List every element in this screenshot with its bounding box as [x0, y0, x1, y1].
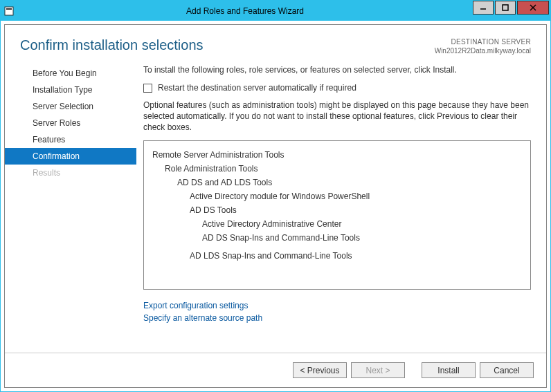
step-before-you-begin[interactable]: Before You Begin — [5, 65, 136, 82]
list-item: Remote Server Administration Tools — [152, 148, 522, 162]
header-row: Confirm installation selections DESTINAT… — [5, 25, 546, 62]
wizard-window: Add Roles and Features Wizard Confirm in… — [0, 0, 551, 392]
features-list: Remote Server Administration Tools Role … — [143, 140, 531, 290]
window-buttons — [473, 1, 550, 21]
svg-rect-0 — [5, 7, 13, 15]
step-features[interactable]: Features — [5, 131, 136, 148]
next-button: Next > — [351, 362, 405, 378]
step-server-selection[interactable]: Server Selection — [5, 98, 136, 115]
maximize-button[interactable] — [495, 1, 516, 15]
export-config-link[interactable]: Export configuration settings — [143, 299, 531, 312]
install-button[interactable]: Install — [422, 362, 476, 378]
links-block: Export configuration settings Specify an… — [143, 299, 531, 324]
content-row: Before You Begin Installation Type Serve… — [5, 62, 546, 353]
app-icon — [1, 1, 17, 21]
main-panel: To install the following roles, role ser… — [136, 62, 535, 353]
restart-checkbox-label: Restart the destination server automatic… — [158, 83, 356, 93]
list-item: AD DS Snap-Ins and Command-Line Tools — [152, 231, 522, 245]
intro-text: To install the following roles, role ser… — [143, 65, 531, 75]
list-item: AD DS and AD LDS Tools — [152, 176, 522, 189]
client-area: Confirm installation selections DESTINAT… — [4, 24, 547, 388]
destination-label: DESTINATION SERVER — [435, 37, 531, 46]
svg-rect-1 — [6, 8, 12, 10]
destination-server-block: DESTINATION SERVER Win2012R2Data.milkywa… — [435, 37, 531, 55]
footer: < Previous Next > Install Cancel — [5, 353, 546, 387]
step-confirmation[interactable]: Confirmation — [5, 148, 136, 165]
step-installation-type[interactable]: Installation Type — [5, 82, 136, 98]
destination-server: Win2012R2Data.milkyway.local — [435, 46, 531, 55]
cancel-button[interactable]: Cancel — [480, 362, 534, 378]
list-item: AD LDS Snap-Ins and Command-Line Tools — [152, 249, 522, 263]
previous-button[interactable]: < Previous — [293, 362, 347, 378]
step-server-roles[interactable]: Server Roles — [5, 115, 136, 131]
optional-features-note: Optional features (such as administratio… — [143, 100, 531, 133]
wizard-steps: Before You Begin Installation Type Serve… — [5, 62, 136, 353]
alternate-source-link[interactable]: Specify an alternate source path — [143, 312, 531, 324]
svg-rect-3 — [503, 5, 508, 10]
restart-checkbox[interactable] — [143, 84, 152, 93]
list-item: Active Directory Administrative Center — [152, 217, 522, 231]
step-results: Results — [5, 165, 136, 181]
page-title: Confirm installation selections — [20, 37, 435, 53]
list-item: Role Administration Tools — [152, 162, 522, 176]
restart-checkbox-row: Restart the destination server automatic… — [143, 83, 531, 93]
window-title: Add Roles and Features Wizard — [17, 6, 473, 16]
close-button[interactable] — [517, 1, 549, 15]
titlebar[interactable]: Add Roles and Features Wizard — [1, 1, 550, 21]
minimize-button[interactable] — [473, 1, 494, 15]
list-item: AD DS Tools — [152, 203, 522, 217]
list-item: Active Directory module for Windows Powe… — [152, 189, 522, 203]
